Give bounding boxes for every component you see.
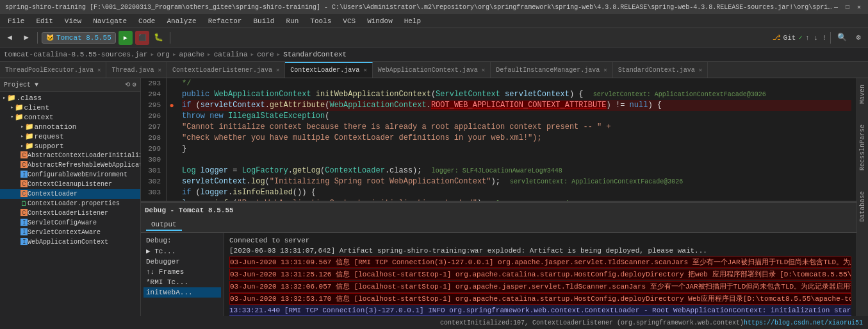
tab-contextloader[interactable]: ContextLoader.java ✕ [285,62,372,78]
tree-item-support[interactable]: ▸ 📁 support [0,141,140,151]
tree-item-abstractrefreshable[interactable]: 🅲 AbstractRefreshableWebApplicationConte… [0,160,140,170]
recessionsrce-tab[interactable]: RecsslnParse [857,121,868,174]
tab-close-icon[interactable]: ✕ [482,67,485,74]
tab-threadpoolexecutor[interactable]: ThreadPoolExecutor.java ✕ [0,62,106,78]
code-line-304: logger.info("Root WebApplicationContext:… [182,198,851,201]
code-line-299: } [182,144,851,155]
tab-close-icon[interactable]: ✕ [158,67,161,74]
tab-thread[interactable]: Thread.java ✕ [106,62,167,78]
gutter-298 [167,133,177,144]
tomcat-config[interactable]: 🐱 Tomcat 8.5.55 [42,32,116,44]
menu-view[interactable]: View [60,16,86,26]
tree-item-contextloaderlistener2[interactable]: 🅲 ContextLoaderListener [0,208,140,218]
content-rows: tomcat-catalina-8.5.55-sources.jar ▸ org… [0,47,868,316]
tree-item-context[interactable]: ▾ 📁 context [0,112,140,122]
maximize-button[interactable]: □ [844,3,851,11]
tree-label: AbstractRefreshableWebApplicationContext [28,162,140,169]
tree-item-contextcleanup[interactable]: 🅲 ContextCleanupListener [0,180,140,189]
tree-item-client[interactable]: ▸ 📁 client [0,103,140,112]
close-button[interactable]: ✕ [855,3,863,11]
debug-sidebar-rmi[interactable]: *RMI Tc... [143,277,221,287]
tab-webapplicationcontext[interactable]: WebApplicationContext.java ✕ [373,62,491,78]
menu-tools[interactable]: Tools [305,16,336,26]
tree-item-webappcontext2[interactable]: 🅸 WebApplicationContext [0,237,140,247]
tree-label: ContextCleanupListener [28,181,112,188]
debug-sidebar-frames[interactable]: ↑↓ Frames [143,267,221,277]
debug-label: Debugger [146,258,180,266]
debug-sidebar-tc[interactable]: ▶ Tc... [143,246,221,257]
menu-file[interactable]: File [3,16,29,26]
line-num-295: 295 [143,100,161,111]
maven-tab[interactable]: Maven [857,81,868,108]
tree-arrow: ▸ [20,123,24,130]
menu-window[interactable]: Window [362,16,398,26]
breadcrumb-sep-2: ▸ [172,50,177,58]
stop-button[interactable]: ⬛ [135,31,149,45]
code-text: ( [431,90,436,99]
search-button[interactable]: 🔍 [835,31,849,45]
menu-edit[interactable]: Edit [31,16,58,26]
tree-item-class[interactable]: ▸ 📁 .class [0,93,140,103]
menu-run[interactable]: Run [281,16,304,26]
menu-refactor[interactable]: Refactor [203,16,247,26]
tab-close-icon[interactable]: ✕ [603,67,607,74]
menu-build[interactable]: Build [248,16,279,26]
status-context: contextInitialized:107, ContextLoaderLis… [440,319,744,326]
breadcrumb-catalina[interactable]: catalina [214,51,248,58]
tab-close-icon[interactable]: ✕ [363,67,366,74]
status-left: contextInitialized:107, ContextLoaderLis… [440,319,744,326]
code-comment: logger: SLF4JLocationAwareLog#3440 [496,200,627,201]
tree-label: AbstractContextLoaderInitializer [28,152,140,159]
tree-item-request[interactable]: ▸ 📁 request [0,131,140,141]
settings-icon[interactable]: ⚙ [851,31,865,45]
tab-close-icon[interactable]: ✕ [699,67,702,74]
menu-help[interactable]: Help [399,16,426,26]
tree-item-configurablewebenv[interactable]: 🅸 ConfigurableWebEnvironment [0,170,140,180]
tab-standardcontext[interactable]: StandardContext.java ✕ [613,62,708,78]
tree-item-annotation[interactable]: ▸ 📁 annotation [0,122,140,131]
tab-label: ContextLoader.java [290,67,359,74]
sidebar-gear-icon[interactable]: ⚙ [133,81,136,89]
sidebar-sync-icon[interactable]: ⟲ [125,81,130,89]
tree-item-contextloader-props[interactable]: 🗒 ContextLoader.properties [0,199,140,208]
output-artifact: [2020-06-03 13:31:07,642] Artifact sprin… [229,246,851,256]
breadcrumb-org[interactable]: org [157,51,170,58]
tab-defaultinstancemanager[interactable]: DefaultInstanceManager.java ✕ [491,62,612,78]
tree-item-servletconfigaware[interactable]: 🅸 ServletConfigAware [0,218,140,228]
tree-item-contextloader[interactable]: 🅲 ContextLoader [0,189,140,199]
menu-vcs[interactable]: VCS [338,16,361,26]
code-line-295: if (servletContext.getAttribute(WebAppli… [182,100,851,111]
code-comment: servletContext: ApplicationContextFacade… [593,91,766,98]
breadcrumb-core[interactable]: core [257,51,274,58]
breadcrumb-apache[interactable]: apache [179,51,205,58]
menu-code[interactable]: Code [133,16,160,26]
tab-contextloaderlistener[interactable]: ContextLoaderListener.java ✕ [167,62,285,78]
line-num-300: 300 [143,155,161,165]
tree-item-servletcontextaware[interactable]: 🅸 ServletContextAware [0,228,140,237]
tree-item-abstractcontextloader[interactable]: 🅲 AbstractContextLoaderInitializer [0,151,140,160]
breakpoint-icon[interactable]: ● [169,101,174,110]
separator-3 [830,32,831,44]
menu-analyze[interactable]: Analyze [161,16,201,26]
tree-label: client [24,104,49,112]
debug-sidebar-initweba[interactable]: initWebA... [143,287,221,298]
breadcrumb-jar[interactable]: tomcat-catalina-8.5.55-sources.jar [4,51,147,58]
forward-button[interactable]: ▶ [19,31,33,45]
debug-button[interactable]: 🐛 [152,31,166,45]
code-line-302: servletContext.log("Initializing Spring … [182,176,851,187]
code-text: ) { [569,90,584,99]
debug-sidebar-debug[interactable]: Debug: [143,235,221,246]
debug-sidebar-debugger[interactable]: Debugger [143,257,221,267]
line-num-296: 296 [143,111,161,122]
menu-navigate[interactable]: Navigate [88,16,132,26]
run-button[interactable]: ▶ [119,31,133,45]
tab-close-icon[interactable]: ✕ [276,67,279,74]
database-tab[interactable]: Database [857,187,868,226]
code-content[interactable]: */ public WebApplicationContext initWebA… [177,78,856,201]
file-tabs: ThreadPoolExecutor.java ✕ Thread.java ✕ … [0,62,868,78]
minimize-button[interactable]: — [832,3,840,11]
tab-output[interactable]: Output [146,219,182,231]
back-button[interactable]: ◀ [3,31,17,45]
sidebar-icons: ⟲ ⚙ [125,81,136,89]
tab-close-icon[interactable]: ✕ [97,67,101,74]
